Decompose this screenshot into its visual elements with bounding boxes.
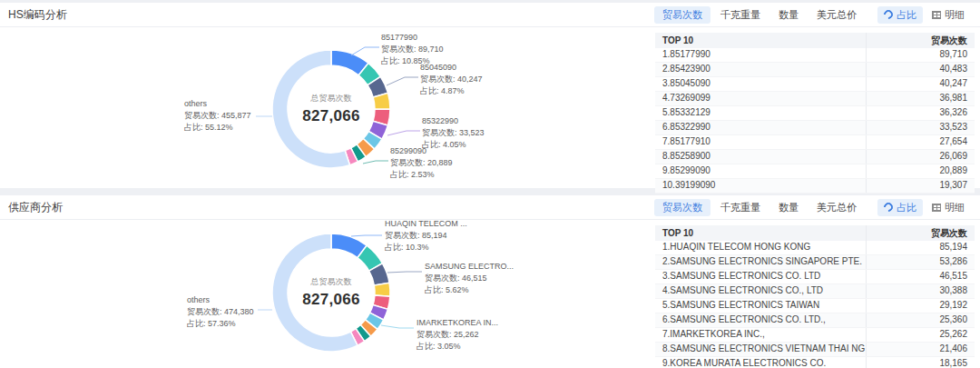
section-title: HS编码分析 [8,7,67,23]
view-button-0[interactable]: 占比 [877,199,923,216]
callout-leader-line [351,235,382,236]
pie-callout: HUAQIN TELECOM ... 贸易次数: 85,194 占比: 10.3… [385,218,467,254]
callout-leader-line [387,77,418,85]
callout-leader-line [363,161,388,164]
donut-chart-icon [882,201,895,214]
table-header-value: 贸易次数 [866,225,975,241]
donut-chart-area: 总贸易次数 827,066 HUAQIN TELECOM ... 贸易次数: 8… [181,213,635,368]
view-button-1[interactable]: 明细 [926,6,971,24]
toolbar: 贸易次数千克重量数量美元总价 占比明细 [654,6,971,24]
callout-leader-line [381,325,414,328]
metric-button-2[interactable]: 数量 [770,6,807,24]
metric-button-group: 贸易次数千克重量数量美元总价 [654,6,865,24]
table-row[interactable]: 7.IMARKETKOREA INC.,25,262 [655,328,975,343]
pie-callout-others: others 贸易次数: 455,877 占比: 55.12% [184,98,251,134]
metric-button-0[interactable]: 贸易次数 [654,6,710,24]
table-body: 1.8517799089,7102.8542390040,4833.850450… [655,48,975,194]
table-body: 1.HUAQIN TELECOM HONG KONG85,1942.SAMSUN… [655,241,975,368]
table-row[interactable]: 9.KOREA MURATA ELECTRONICS CO.18,165 [655,357,975,368]
table-row[interactable]: 6.8532299033,523 [655,121,975,135]
table-row[interactable]: 2.8542390040,483 [655,63,975,77]
card-hs-code-analysis: HS编码分析 贸易次数千克重量数量美元总价 占比明细 总贸易次数 827,066… [0,3,980,188]
table-header: TOP 10 贸易次数 [655,33,975,48]
pie-callout: IMARKETKOREA IN... 贸易次数: 25,262 占比: 3.05… [416,317,498,353]
metric-button-3[interactable]: 美元总价 [808,6,865,24]
table-row[interactable]: 1.8517799089,710 [655,48,975,63]
callout-leader-line [351,47,379,55]
metric-button-1[interactable]: 千克重量 [712,6,769,24]
table-grid-icon [932,11,941,19]
pie-callout: 85299090 贸易次数: 20,889 占比: 2.53% [390,145,453,181]
card-body: 总贸易次数 827,066 HUAQIN TELECOM ... 贸易次数: 8… [0,220,980,368]
table-header: TOP 10 贸易次数 [655,225,975,241]
table-row[interactable]: 9.8529909020,889 [655,164,975,179]
metric-button-group: 贸易次数千克重量数量美元总价 [654,199,865,216]
table-header-name: TOP 10 [655,33,866,48]
table-row[interactable]: 2.SAMSUNG ELECTRONICS SINGAPORE PTE. LTD… [655,255,975,270]
table-row[interactable]: 1.HUAQIN TELECOM HONG KONG85,194 [655,241,975,255]
donut-chart-area: 总贸易次数 827,066 85177990 贸易次数: 89,710 占比: … [181,29,635,191]
callout-leader-line [387,131,420,135]
card-supplier-analysis: 供应商分析 贸易次数千克重量数量美元总价 占比明细 总贸易次数 827,066 … [0,195,980,368]
view-button-0[interactable]: 占比 [877,6,923,24]
pie-slice[interactable] [272,50,350,168]
pie-slice[interactable] [374,283,390,296]
top10-table: TOP 10 贸易次数 1.HUAQIN TELECOM HONG KONG85… [655,225,975,368]
metric-button-0[interactable]: 贸易次数 [654,199,710,216]
table-row[interactable]: 4.SAMSUNG ELECTRONICS CO., LTD30,388 [655,284,975,299]
card-body: 总贸易次数 827,066 85177990 贸易次数: 89,710 占比: … [0,27,980,188]
metric-button-3[interactable]: 美元总价 [808,199,865,216]
donut-chart-icon [882,8,895,21]
view-button-group: 占比明细 [877,6,971,24]
table-row[interactable]: 5.SAMSUNG ELECTRONICS TAIWAN29,192 [655,299,975,313]
table-row[interactable]: 6.SAMSUNG ELECTRONICS CO. LTD.,25,360 [655,313,975,328]
view-button-group: 占比明细 [877,199,971,216]
donut-slices[interactable] [272,50,390,168]
table-row[interactable]: 7.8517791027,654 [655,135,975,150]
pie-callout: 85045090 贸易次数: 40,247 占比: 4.87% [420,62,483,97]
table-row[interactable]: 8.8525890026,069 [655,150,975,164]
pie-callout: SAMSUNG ELECTRO... 贸易次数: 46,515 占比: 5.62… [425,261,514,296]
table-row[interactable]: 10.3919909019,307 [655,179,975,194]
metric-button-1[interactable]: 千克重量 [712,199,769,216]
section-title: 供应商分析 [8,200,63,215]
pie-callout-others: others 贸易次数: 474,380 占比: 57.36% [187,294,254,330]
table-row[interactable]: 3.SAMSUNG ELECTRONICS CO. LTD46,515 [655,270,975,284]
donut-slices[interactable] [272,234,390,352]
card-header: HS编码分析 贸易次数千克重量数量美元总价 占比明细 [0,3,980,27]
table-grid-icon [932,204,941,212]
table-row[interactable]: 3.8504509040,247 [655,77,975,92]
table-header-value: 贸易次数 [866,33,975,48]
toolbar: 贸易次数千克重量数量美元总价 占比明细 [654,199,971,216]
table-row[interactable]: 5.8533212936,326 [655,106,975,121]
table-row[interactable]: 4.7326909936,981 [655,92,975,106]
view-button-1[interactable]: 明细 [926,199,971,216]
table-row[interactable]: 8.SAMSUNG ELECTRONICS VIETNAM THAI NG21,… [655,343,975,357]
top10-table: TOP 10 贸易次数 1.8517799089,7102.8542390040… [655,33,975,194]
metric-button-2[interactable]: 数量 [770,199,807,216]
callout-leader-line [387,272,422,273]
table-header-name: TOP 10 [655,225,866,241]
